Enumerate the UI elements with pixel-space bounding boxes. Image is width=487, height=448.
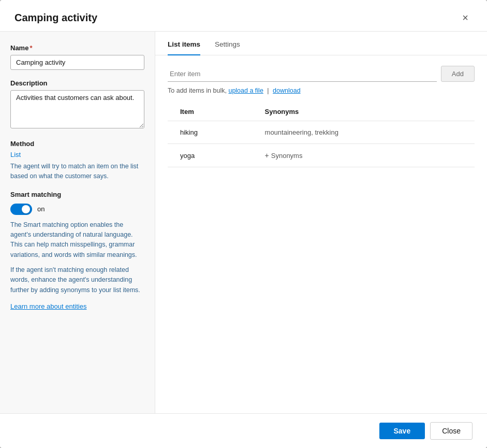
tabs-bar: List items Settings (155, 32, 487, 55)
smart-matching-toggle[interactable] (10, 204, 32, 215)
method-section: Method List The agent will try to match … (10, 140, 144, 181)
method-description: The agent will try to match an item on t… (10, 162, 144, 181)
modal-title: Camping activity (14, 12, 97, 24)
table-row: hiking mountaineering, trekking (168, 121, 475, 144)
close-button[interactable]: Close (430, 422, 473, 440)
item-synonyms-cell: + Synonyms (259, 144, 475, 167)
modal-overlay: Camping activity × Name* Description Act… (0, 0, 487, 448)
smart-matching-desc-2: If the agent isn't matching enough relat… (10, 265, 144, 295)
modal-header: Camping activity × (0, 0, 487, 32)
item-name-cell: yoga (168, 144, 259, 167)
name-field-group: Name* (10, 44, 144, 70)
col-synonyms-header: Synonyms (259, 104, 475, 121)
download-link[interactable]: download (273, 87, 301, 94)
method-value: List (10, 151, 144, 158)
modal: Camping activity × Name* Description Act… (0, 0, 487, 448)
add-item-row: Add (168, 66, 475, 82)
table-header-row: Item Synonyms (168, 104, 475, 121)
item-name-cell: hiking (168, 121, 259, 144)
description-label: Description (10, 79, 144, 87)
save-button[interactable]: Save (379, 423, 425, 439)
tab-settings[interactable]: Settings (215, 32, 240, 55)
modal-body: Name* Description Activities that custom… (0, 32, 487, 413)
name-input[interactable] (10, 55, 144, 70)
left-panel: Name* Description Activities that custom… (0, 32, 155, 413)
items-table: Item Synonyms hiking mountaineering, tre… (168, 104, 475, 167)
required-star: * (29, 44, 32, 52)
tab-list-items[interactable]: List items (168, 32, 200, 55)
smart-matching-label: Smart matching (10, 191, 144, 198)
toggle-status-label: on (37, 205, 45, 213)
col-item-header: Item (168, 104, 259, 121)
add-item-button[interactable]: Add (441, 66, 475, 82)
upload-file-link[interactable]: upload a file (228, 87, 263, 94)
add-synonyms-button[interactable]: + Synonyms (265, 151, 303, 160)
toggle-row: on (10, 204, 144, 215)
list-items-content: Add To add items in bulk, upload a file … (155, 55, 487, 167)
modal-footer: Save Close (0, 413, 487, 448)
enter-item-input[interactable] (168, 66, 437, 82)
smart-matching-desc-1: The Smart matching option enables the ag… (10, 220, 144, 261)
description-field-group: Description Activities that customers ca… (10, 79, 144, 131)
bulk-add-text: To add items in bulk, (168, 87, 227, 94)
bulk-separator: | (267, 87, 269, 94)
name-label: Name* (10, 44, 144, 52)
plus-icon: + (265, 151, 269, 160)
learn-more-link[interactable]: Learn more about entities (10, 302, 86, 310)
right-panel: List items Settings Add To add items in … (155, 32, 487, 413)
bulk-add-row: To add items in bulk, upload a file | do… (168, 87, 475, 94)
item-synonyms-cell: mountaineering, trekking (259, 121, 475, 144)
modal-close-icon-button[interactable]: × (458, 10, 473, 25)
description-textarea[interactable]: Activities that customers can ask about. (10, 90, 144, 128)
method-label: Method (10, 140, 144, 148)
table-row: yoga + Synonyms (168, 144, 475, 167)
smart-matching-section: Smart matching on The Smart matching opt… (10, 191, 144, 311)
synonyms-text: mountaineering, trekking (265, 128, 338, 136)
add-synonyms-label: Synonyms (271, 152, 303, 160)
